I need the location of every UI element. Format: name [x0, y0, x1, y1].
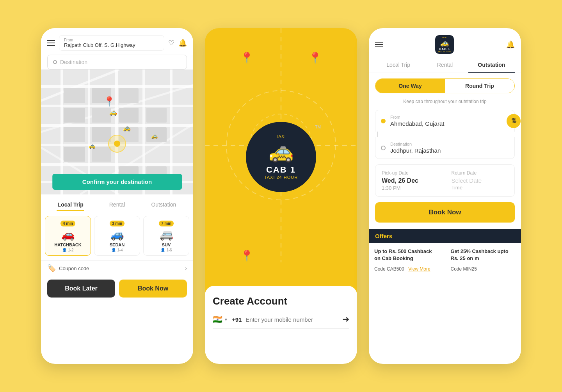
taxi-label: TAXI [276, 134, 286, 139]
pickup-date-value: Wed, 26 Dec [382, 177, 439, 184]
view-more-link[interactable]: View More [408, 266, 430, 272]
ph3-tab-rental[interactable]: Rental [422, 58, 468, 73]
taxi-logo-circle: TAXI 🚕 CAB 1 TAXI 24 HOUR TM [246, 122, 316, 192]
hatchback-type: HATCHBACK [48, 242, 88, 247]
svg-rect-23 [64, 127, 85, 142]
offers-title: Offers [375, 233, 392, 239]
pin-top-right-icon: 📍 [308, 52, 322, 64]
suv-capacity: 👤 1-6 [146, 248, 187, 252]
book-now-button-3[interactable]: Book Now [375, 202, 515, 223]
from-location-label: From [390, 115, 444, 119]
from-value: Rajpath Club Off. S. G.Highway [64, 42, 159, 48]
destination-bar[interactable]: Destination [47, 55, 187, 69]
hamburger-icon[interactable] [47, 40, 55, 46]
hatchback-capacity: 👤 1-2 [48, 248, 88, 252]
india-flag-icon: 🇮🇳 [213, 315, 222, 324]
offer-cards: Up to Rs. 500 Cashback on Cab Booking Co… [369, 243, 521, 277]
from-field[interactable]: From Rajpath Club Off. S. G.Highway [59, 35, 164, 51]
phone-1: From Rajpath Club Off. S. G.Highway ♡ 🔔 … [41, 28, 193, 364]
svg-rect-16 [64, 88, 85, 103]
flag-selector[interactable]: 🇮🇳 ▼ [213, 315, 228, 324]
sedan-type: SEDAN [97, 242, 137, 247]
phone2-bottom: Create Account 🇮🇳 ▼ +91 ➜ [205, 286, 357, 364]
offer1-title: Up to Rs. 500 Cashback on Cab Booking [374, 248, 439, 262]
tab-local-trip[interactable]: Local Trip [47, 198, 94, 211]
dest-location-row[interactable]: Destination Jodhpur, Rajasthan [375, 137, 515, 159]
phone1-header: From Rajpath Club Off. S. G.Highway ♡ 🔔 [41, 28, 193, 55]
book-now-button-1[interactable]: Book Now [119, 280, 187, 298]
destination-placeholder: Destination [60, 59, 87, 65]
tab-rental[interactable]: Rental [94, 198, 140, 211]
pin-top-left-icon: 📍 [240, 52, 254, 64]
cab1-logo: TAXI 🚕 CAB 1 TAXI 24 HOUR [435, 35, 454, 54]
submit-arrow-button[interactable]: ➜ [342, 314, 349, 324]
phone2-top: 📍 📍 📍 TAXI 🚕 CAB 1 TAXI 24 HOUR TM [205, 28, 357, 286]
coupon-label: Coupon code [59, 265, 182, 271]
swap-button[interactable]: ⇅ [507, 114, 521, 128]
logo-car-icon: 🚕 [440, 39, 449, 47]
hatchback-badge: 4 min [60, 221, 75, 226]
svg-text:🚕: 🚕 [89, 143, 96, 149]
return-date-placeholder: Select Date [452, 177, 509, 184]
brand-sub: TAXI 24 HOUR [264, 175, 298, 180]
return-date-label: Return Date [452, 170, 509, 176]
ph3-tab-local[interactable]: Local Trip [375, 58, 422, 73]
brand-name: CAB 1 [266, 165, 296, 175]
phone-3: TAXI 🚕 CAB 1 TAXI 24 HOUR 🔔 Local Trip R… [369, 28, 521, 364]
dest-pin-icon [381, 146, 386, 150]
hatchback-icon: 🚗 [48, 228, 88, 241]
svg-rect-21 [119, 108, 139, 123]
date-row: Pick-up Date Wed, 26 Dec 1:30 PM Return … [375, 164, 515, 197]
suv-badge: 7 min [159, 221, 174, 226]
offer-card-1: Up to Rs. 500 Cashback on Cab Booking Co… [369, 243, 445, 277]
bell-icon-3[interactable]: 🔔 [506, 40, 515, 49]
hamburger-icon-3[interactable] [375, 42, 383, 47]
svg-rect-28 [92, 147, 111, 162]
car-sedan[interactable]: 3 min 🚙 SEDAN 👤 1-4 [94, 216, 140, 256]
tab-outstation[interactable]: Outstation [140, 198, 187, 211]
from-dot-icon [381, 119, 386, 123]
return-time-placeholder: Time [452, 185, 509, 191]
mobile-number-input[interactable] [245, 316, 338, 323]
logo-sub-text: TAXI 24 HOUR [438, 51, 451, 53]
confirm-destination-button[interactable]: Confirm your destination [52, 174, 182, 190]
round-trip-button[interactable]: Round Trip [445, 79, 514, 93]
book-later-button[interactable]: Book Later [47, 280, 115, 298]
svg-text:🚕: 🚕 [151, 133, 158, 139]
offers-header: Offers [369, 229, 521, 243]
from-location-value: Ahmedabad, Gujarat [390, 120, 444, 127]
destination-dot-icon [53, 60, 57, 64]
sedan-badge: 3 min [110, 221, 124, 226]
car-hatchback[interactable]: 4 min 🚗 HATCHBACK 👤 1-2 [45, 216, 91, 256]
svg-text:🚕: 🚕 [109, 109, 117, 116]
bell-icon[interactable]: 🔔 [178, 39, 187, 47]
pin-bottom-left-icon: 📍 [240, 249, 254, 262]
from-label: From [64, 38, 159, 42]
pickup-date-col[interactable]: Pick-up Date Wed, 26 Dec 1:30 PM [375, 165, 445, 196]
offers-section: Offers Up to Rs. 500 Cashback on Cab Boo… [369, 229, 521, 277]
suv-icon: 🚐 [146, 228, 187, 241]
car-suv[interactable]: 7 min 🚐 SUV 👤 1-6 [143, 216, 189, 256]
phone3-tabs: Local Trip Rental Outstation [369, 58, 521, 73]
dest-location-label: Destination [390, 142, 441, 146]
heart-icon[interactable]: ♡ [168, 39, 174, 47]
phone-2: 📍 📍 📍 TAXI 🚕 CAB 1 TAXI 24 HOUR TM Creat… [205, 28, 357, 364]
logo-brand-text: CAB 1 [439, 47, 450, 51]
trip-info-text: Keep cab throughout your outstation trip [369, 99, 521, 104]
coupon-row[interactable]: 🏷️ Coupon code › [41, 260, 193, 276]
svg-text:🚕: 🚕 [123, 124, 131, 132]
loc-connector [377, 132, 378, 137]
caret-icon: ▼ [224, 317, 228, 322]
from-location-row[interactable]: From Ahmedabad, Gujarat ⇅ [375, 110, 515, 132]
one-way-button[interactable]: One Way [375, 79, 445, 93]
svg-point-36 [114, 141, 120, 147]
ph3-tab-outstation[interactable]: Outstation [468, 58, 515, 73]
car-options: 4 min 🚗 HATCHBACK 👤 1-2 3 min 🚙 SEDAN 👤 … [41, 211, 193, 260]
return-date-col[interactable]: Return Date Select Date Time [445, 165, 515, 196]
offer2-code: Code MIN25 [451, 266, 477, 272]
suv-type: SUV [146, 242, 187, 247]
phone3-header: TAXI 🚕 CAB 1 TAXI 24 HOUR 🔔 [369, 28, 521, 58]
offer2-title: Get 25% Cashback upto Rs. 25 on m [451, 248, 516, 262]
create-account-title: Create Account [213, 295, 349, 307]
offer-card-2: Get 25% Cashback upto Rs. 25 on m Code M… [445, 243, 521, 277]
